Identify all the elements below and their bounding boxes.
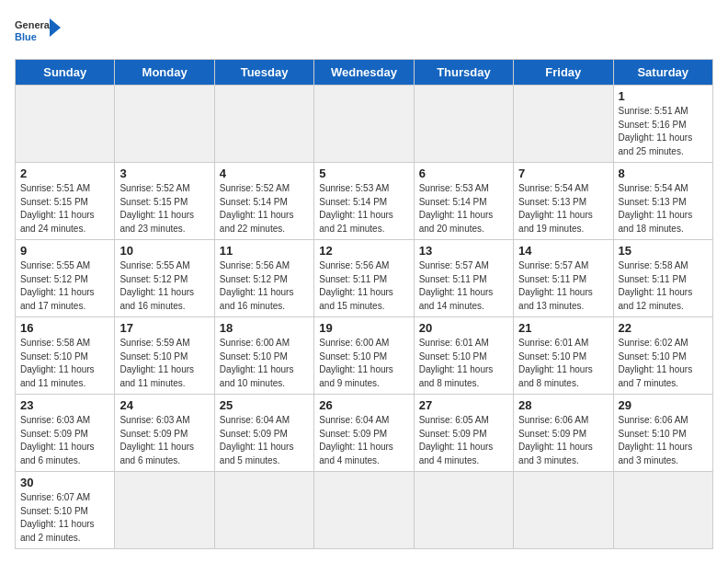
cell-info: Sunrise: 6:07 AM Sunset: 5:10 PM Dayligh…	[20, 491, 109, 545]
logo-icon: General Blue	[15, 15, 61, 52]
calendar-cell: 22Sunrise: 6:02 AM Sunset: 5:10 PM Dayli…	[613, 317, 712, 395]
calendar-cell	[115, 472, 214, 549]
calendar-week-row: 30Sunrise: 6:07 AM Sunset: 5:10 PM Dayli…	[16, 472, 713, 549]
day-number: 4	[220, 167, 309, 180]
day-number: 16	[20, 321, 109, 335]
calendar-cell: 24Sunrise: 6:03 AM Sunset: 5:09 PM Dayli…	[115, 395, 214, 472]
calendar-cell: 21Sunrise: 6:01 AM Sunset: 5:10 PM Dayli…	[514, 317, 613, 395]
cell-info: Sunrise: 5:53 AM Sunset: 5:14 PM Dayligh…	[419, 182, 508, 236]
page: General Blue SundayMondayTuesdayWednesda…	[0, 0, 728, 557]
day-number: 29	[619, 398, 708, 412]
calendar-body: 1Sunrise: 5:51 AM Sunset: 5:16 PM Daylig…	[16, 86, 713, 549]
day-number: 1	[619, 89, 708, 103]
calendar-cell	[414, 472, 513, 549]
calendar-cell	[514, 472, 613, 549]
calendar-cell: 28Sunrise: 6:06 AM Sunset: 5:09 PM Dayli…	[514, 395, 613, 472]
cell-info: Sunrise: 5:57 AM Sunset: 5:11 PM Dayligh…	[419, 259, 508, 313]
calendar-cell: 23Sunrise: 6:03 AM Sunset: 5:09 PM Dayli…	[16, 395, 115, 472]
calendar-cell: 8Sunrise: 5:54 AM Sunset: 5:13 PM Daylig…	[613, 163, 712, 240]
svg-text:Blue: Blue	[15, 31, 37, 42]
day-number: 24	[119, 398, 209, 412]
cell-info: Sunrise: 6:03 AM Sunset: 5:09 PM Dayligh…	[20, 414, 109, 467]
calendar-cell	[514, 86, 613, 163]
day-number: 21	[518, 321, 608, 335]
cell-info: Sunrise: 6:01 AM Sunset: 5:10 PM Dayligh…	[419, 337, 508, 390]
calendar-cell: 15Sunrise: 5:58 AM Sunset: 5:11 PM Dayli…	[613, 240, 712, 317]
calendar-cell: 4Sunrise: 5:52 AM Sunset: 5:14 PM Daylig…	[214, 163, 313, 240]
calendar-cell: 18Sunrise: 6:00 AM Sunset: 5:10 PM Dayli…	[214, 317, 313, 395]
day-number: 8	[619, 167, 708, 180]
calendar-cell: 30Sunrise: 6:07 AM Sunset: 5:10 PM Dayli…	[16, 472, 115, 549]
cell-info: Sunrise: 6:00 AM Sunset: 5:10 PM Dayligh…	[220, 337, 309, 390]
cell-info: Sunrise: 5:57 AM Sunset: 5:11 PM Dayligh…	[518, 259, 608, 313]
weekday-header: Saturday	[613, 60, 712, 86]
cell-info: Sunrise: 5:51 AM Sunset: 5:16 PM Dayligh…	[619, 105, 708, 158]
weekday-header: Thursday	[414, 60, 513, 86]
weekday-header: Friday	[514, 60, 613, 86]
day-number: 25	[220, 398, 309, 412]
calendar-cell: 27Sunrise: 6:05 AM Sunset: 5:09 PM Dayli…	[414, 395, 513, 472]
calendar-week-row: 23Sunrise: 6:03 AM Sunset: 5:09 PM Dayli…	[16, 395, 713, 472]
calendar-table: SundayMondayTuesdayWednesdayThursdayFrid…	[15, 59, 713, 549]
calendar-cell: 9Sunrise: 5:55 AM Sunset: 5:12 PM Daylig…	[16, 240, 115, 317]
calendar-cell: 5Sunrise: 5:53 AM Sunset: 5:14 PM Daylig…	[314, 163, 414, 240]
cell-info: Sunrise: 5:51 AM Sunset: 5:15 PM Dayligh…	[20, 182, 109, 236]
day-number: 6	[419, 167, 508, 180]
calendar-cell: 17Sunrise: 5:59 AM Sunset: 5:10 PM Dayli…	[115, 317, 214, 395]
calendar-cell: 26Sunrise: 6:04 AM Sunset: 5:09 PM Dayli…	[314, 395, 414, 472]
weekday-header: Monday	[115, 60, 214, 86]
calendar-cell: 29Sunrise: 6:06 AM Sunset: 5:10 PM Dayli…	[613, 395, 712, 472]
calendar-cell	[214, 86, 313, 163]
calendar-cell: 3Sunrise: 5:52 AM Sunset: 5:15 PM Daylig…	[115, 163, 214, 240]
calendar-cell	[613, 472, 712, 549]
day-number: 27	[419, 398, 508, 412]
calendar-cell: 6Sunrise: 5:53 AM Sunset: 5:14 PM Daylig…	[414, 163, 513, 240]
cell-info: Sunrise: 5:54 AM Sunset: 5:13 PM Dayligh…	[619, 182, 708, 236]
header: General Blue	[15, 15, 713, 52]
cell-info: Sunrise: 6:04 AM Sunset: 5:09 PM Dayligh…	[220, 414, 309, 467]
cell-info: Sunrise: 5:55 AM Sunset: 5:12 PM Dayligh…	[20, 259, 109, 313]
cell-info: Sunrise: 6:06 AM Sunset: 5:09 PM Dayligh…	[518, 414, 608, 467]
calendar-week-row: 2Sunrise: 5:51 AM Sunset: 5:15 PM Daylig…	[16, 163, 713, 240]
cell-info: Sunrise: 6:03 AM Sunset: 5:09 PM Dayligh…	[119, 414, 209, 467]
calendar-cell	[314, 86, 414, 163]
day-number: 10	[119, 244, 209, 258]
calendar-cell	[214, 472, 313, 549]
cell-info: Sunrise: 5:52 AM Sunset: 5:14 PM Dayligh…	[220, 182, 309, 236]
day-number: 11	[220, 244, 309, 258]
day-number: 17	[119, 321, 209, 335]
calendar-week-row: 16Sunrise: 5:58 AM Sunset: 5:10 PM Dayli…	[16, 317, 713, 395]
calendar-week-row: 9Sunrise: 5:55 AM Sunset: 5:12 PM Daylig…	[16, 240, 713, 317]
day-number: 28	[518, 398, 608, 412]
day-number: 18	[220, 321, 309, 335]
cell-info: Sunrise: 6:04 AM Sunset: 5:09 PM Dayligh…	[319, 414, 408, 467]
day-number: 5	[319, 167, 408, 180]
day-number: 19	[319, 321, 408, 335]
weekday-header: Sunday	[16, 60, 115, 86]
day-number: 13	[419, 244, 508, 258]
logo: General Blue	[15, 15, 61, 52]
calendar-cell: 13Sunrise: 5:57 AM Sunset: 5:11 PM Dayli…	[414, 240, 513, 317]
cell-info: Sunrise: 5:55 AM Sunset: 5:12 PM Dayligh…	[119, 259, 209, 313]
cell-info: Sunrise: 6:00 AM Sunset: 5:10 PM Dayligh…	[319, 337, 408, 390]
calendar-week-row: 1Sunrise: 5:51 AM Sunset: 5:16 PM Daylig…	[16, 86, 713, 163]
calendar-cell: 25Sunrise: 6:04 AM Sunset: 5:09 PM Dayli…	[214, 395, 313, 472]
calendar-cell: 10Sunrise: 5:55 AM Sunset: 5:12 PM Dayli…	[115, 240, 214, 317]
calendar-cell: 7Sunrise: 5:54 AM Sunset: 5:13 PM Daylig…	[514, 163, 613, 240]
cell-info: Sunrise: 5:52 AM Sunset: 5:15 PM Dayligh…	[119, 182, 209, 236]
calendar-cell: 12Sunrise: 5:56 AM Sunset: 5:11 PM Dayli…	[314, 240, 414, 317]
calendar-cell	[314, 472, 414, 549]
day-number: 20	[419, 321, 508, 335]
calendar-cell	[414, 86, 513, 163]
calendar-cell: 2Sunrise: 5:51 AM Sunset: 5:15 PM Daylig…	[16, 163, 115, 240]
cell-info: Sunrise: 6:06 AM Sunset: 5:10 PM Dayligh…	[619, 414, 708, 467]
cell-info: Sunrise: 5:56 AM Sunset: 5:11 PM Dayligh…	[319, 259, 408, 313]
day-number: 26	[319, 398, 408, 412]
day-number: 12	[319, 244, 408, 258]
day-number: 22	[619, 321, 708, 335]
cell-info: Sunrise: 5:59 AM Sunset: 5:10 PM Dayligh…	[119, 337, 209, 390]
weekday-header: Tuesday	[214, 60, 313, 86]
day-number: 15	[619, 244, 708, 258]
day-number: 7	[518, 167, 608, 180]
calendar-cell: 11Sunrise: 5:56 AM Sunset: 5:12 PM Dayli…	[214, 240, 313, 317]
